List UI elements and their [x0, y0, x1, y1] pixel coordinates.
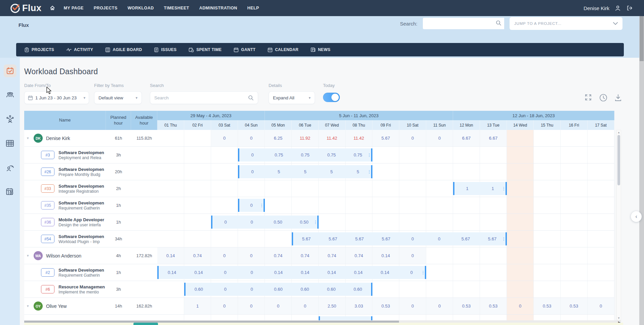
workload-cell[interactable] [588, 164, 614, 180]
workload-cell[interactable] [534, 315, 561, 320]
flux-logo[interactable]: Flux [10, 3, 42, 13]
tab-news[interactable]: NEWS [311, 47, 330, 52]
workload-cell[interactable] [184, 164, 211, 180]
allocation-bar[interactable]: 00.750.750.750.75⋮ [238, 148, 372, 161]
workload-cell[interactable] [157, 315, 184, 320]
workload-cell[interactable] [292, 315, 319, 320]
workload-cell[interactable] [561, 180, 588, 197]
fullscreen-icon[interactable] [584, 93, 592, 103]
workload-cell[interactable] [480, 197, 507, 214]
expand-caret[interactable]: ▾ [27, 253, 34, 258]
bar-drag-handle-icon[interactable]: ⋮ [501, 187, 506, 190]
workload-cell[interactable] [426, 164, 453, 180]
allocation-bar[interactable]: 000.500.50⋮ [211, 216, 319, 229]
workload-cell[interactable] [157, 281, 184, 297]
nav-item-projects[interactable]: PROJECTS [94, 6, 118, 10]
workload-cell[interactable] [292, 197, 319, 214]
workload-cell[interactable] [426, 214, 453, 230]
workload-cell[interactable] [561, 264, 588, 281]
workload-cell[interactable] [399, 281, 426, 297]
workload-cell[interactable] [346, 180, 372, 197]
today-toggle[interactable] [323, 93, 340, 102]
workload-cell[interactable] [534, 147, 561, 163]
tab-calendar[interactable]: CALENDAR [268, 47, 298, 52]
current-user-name[interactable]: Denise Kirk [583, 5, 609, 11]
workload-cell[interactable] [480, 164, 507, 180]
workload-cell[interactable] [399, 214, 426, 230]
bar-drag-handle-icon[interactable]: ⋮ [259, 204, 264, 207]
allocation-bar[interactable]: 0.140.14000.140.140.140.140.140⋮ [157, 266, 426, 279]
workload-cell[interactable] [319, 197, 346, 214]
collapse-panel-button[interactable]: ‹ [631, 211, 642, 222]
workload-cell[interactable] [588, 197, 614, 214]
workload-cell[interactable] [399, 197, 426, 214]
workload-cell[interactable] [507, 214, 534, 230]
workload-cell[interactable] [238, 315, 265, 320]
allocation-bar[interactable]: 05555⋮ [238, 165, 372, 178]
workload-cell[interactable] [534, 180, 561, 197]
workload-cell[interactable] [426, 197, 453, 214]
workload-cell[interactable] [561, 315, 588, 320]
workload-cell[interactable] [507, 264, 534, 281]
person-name[interactable]: Olive Yew [46, 304, 67, 309]
bar-drag-handle-icon[interactable]: ⋮ [501, 237, 506, 241]
table-grid-icon[interactable] [4, 137, 16, 150]
workload-cell[interactable] [157, 214, 184, 230]
task-id-badge[interactable]: #2 [41, 268, 54, 277]
workload-cell[interactable] [588, 214, 614, 230]
search-icon[interactable] [496, 20, 501, 27]
workload-cell[interactable] [399, 180, 426, 197]
workload-cell[interactable] [426, 281, 453, 297]
workload-cell[interactable] [453, 315, 480, 320]
workload-cell[interactable] [426, 147, 453, 163]
workload-cell[interactable] [588, 147, 614, 163]
workload-cell[interactable] [507, 180, 534, 197]
teams-icon[interactable] [4, 89, 16, 101]
history-clock-icon[interactable] [599, 93, 608, 103]
workload-cell[interactable] [453, 264, 480, 281]
workload-cell[interactable] [534, 281, 561, 297]
nav-item-my-page[interactable]: MY PAGE [64, 6, 84, 10]
allocation-bar[interactable]: 0⋮ [238, 199, 265, 212]
workload-cell[interactable] [561, 214, 588, 230]
search-icon[interactable] [248, 95, 254, 101]
workload-cell[interactable] [561, 281, 588, 297]
nav-item-workload[interactable]: WORKLOAD [127, 6, 154, 10]
workload-cell[interactable] [534, 214, 561, 230]
workload-cell[interactable] [507, 197, 534, 214]
workload-cell[interactable] [184, 315, 211, 320]
workload-cell[interactable] [372, 315, 399, 320]
workload-cell[interactable] [426, 264, 453, 281]
bar-drag-handle-icon[interactable]: ⋮ [313, 221, 318, 224]
workload-cell[interactable] [265, 197, 292, 214]
nav-item-timesheet[interactable]: TIMESHEET [164, 6, 189, 10]
workload-cell[interactable] [372, 281, 399, 297]
workload-cell[interactable] [561, 147, 588, 163]
workload-cell[interactable] [157, 180, 184, 197]
workload-cell[interactable] [211, 315, 238, 320]
tab-spent-time[interactable]: SPENT TIME [189, 47, 222, 52]
task-id-badge[interactable]: #35 [41, 201, 54, 210]
workload-cell[interactable] [534, 197, 561, 214]
workload-cell[interactable] [453, 147, 480, 163]
workload-cell[interactable] [453, 281, 480, 297]
performance-gauge-icon[interactable] [4, 161, 16, 174]
person-name[interactable]: Wilson Anderson [46, 253, 81, 259]
workload-search-input[interactable] [154, 95, 248, 100]
allocation-bar[interactable] [319, 316, 372, 320]
workload-cell[interactable] [399, 147, 426, 163]
workload-cell[interactable] [561, 231, 588, 247]
workload-cell[interactable] [211, 180, 238, 197]
workload-cell[interactable] [480, 264, 507, 281]
workload-cell[interactable] [588, 180, 614, 197]
workload-cell[interactable] [453, 197, 480, 214]
task-id-badge[interactable]: #33 [41, 184, 54, 193]
date-range-picker[interactable]: 1 Jun 23 - 30 Jun 23 ▾ [24, 91, 89, 104]
resource-network-icon[interactable] [4, 113, 16, 126]
logout-icon[interactable] [626, 5, 633, 11]
workload-cell[interactable] [507, 164, 534, 180]
workload-cell[interactable] [265, 315, 292, 320]
workload-cell[interactable] [507, 231, 534, 247]
workload-cell[interactable] [480, 147, 507, 163]
workload-cell[interactable] [211, 147, 238, 163]
